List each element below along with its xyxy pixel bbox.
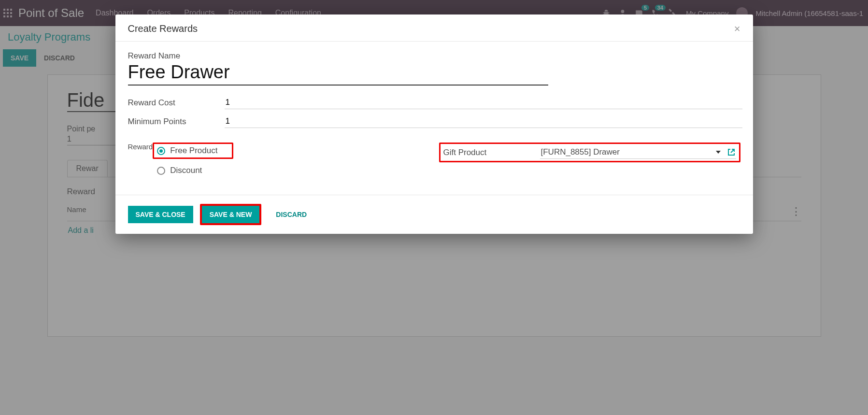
gift-product-label: Gift Product bbox=[443, 148, 540, 157]
reward-cost-label: Reward Cost bbox=[128, 96, 225, 108]
reward-type-radiogroup: Free Product Discount bbox=[153, 143, 233, 175]
minimum-points-label: Minimum Points bbox=[128, 115, 225, 127]
radio-free-product[interactable]: Free Product bbox=[157, 146, 217, 156]
gift-product-value: [FURN_8855] Drawer bbox=[541, 147, 716, 157]
close-icon[interactable]: × bbox=[734, 24, 740, 34]
reward-name-input[interactable] bbox=[128, 61, 548, 86]
modal-header: Create Rewards × bbox=[115, 14, 753, 42]
minimum-points-input[interactable] bbox=[225, 115, 742, 128]
radio-discount[interactable]: Discount bbox=[153, 166, 233, 175]
gift-product-field[interactable]: [FURN_8855] Drawer bbox=[540, 146, 736, 159]
radio-free-product-label: Free Product bbox=[170, 146, 217, 156]
modal-body: Reward Name Reward Cost Minimum Points R… bbox=[115, 42, 753, 195]
create-rewards-modal: Create Rewards × Reward Name Reward Cost… bbox=[115, 14, 753, 234]
chevron-down-icon[interactable] bbox=[716, 151, 721, 154]
save-close-button[interactable]: SAVE & CLOSE bbox=[128, 206, 193, 223]
modal-discard-button[interactable]: DISCARD bbox=[268, 206, 314, 223]
modal-footer: SAVE & CLOSE SAVE & NEW DISCARD bbox=[115, 195, 753, 234]
save-new-button[interactable]: SAVE & NEW bbox=[202, 206, 260, 223]
modal-title: Create Rewards bbox=[128, 23, 198, 34]
modal-overlay: Create Rewards × Reward Name Reward Cost… bbox=[0, 0, 868, 337]
external-link-icon[interactable] bbox=[727, 148, 735, 156]
radio-discount-label: Discount bbox=[170, 166, 202, 175]
reward-cost-input[interactable] bbox=[225, 96, 742, 109]
radio-icon bbox=[157, 167, 165, 175]
radio-icon bbox=[157, 147, 165, 155]
reward-name-label: Reward Name bbox=[128, 51, 740, 61]
reward-type-label: Reward bbox=[128, 143, 153, 151]
